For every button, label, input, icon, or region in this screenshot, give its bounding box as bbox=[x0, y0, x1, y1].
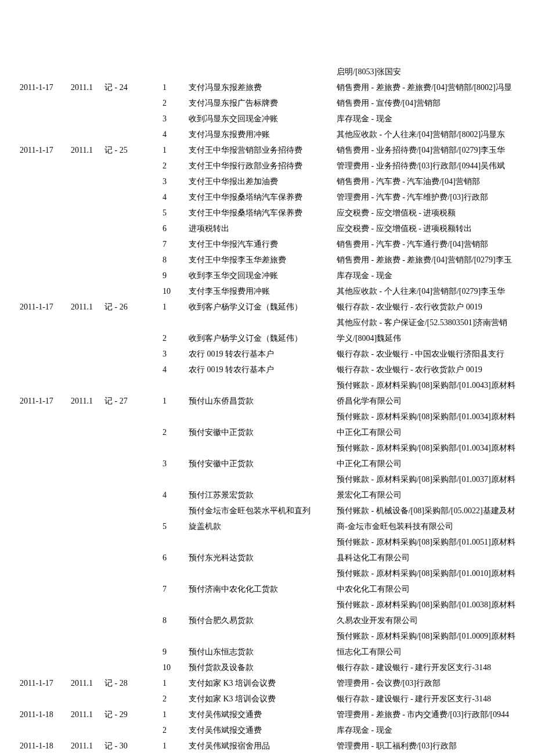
cell-summary: 进项税转出 bbox=[189, 221, 337, 236]
cell-summary: 预付安徽中正货款 bbox=[189, 424, 337, 440]
cell-line-no: 1 bbox=[163, 393, 189, 409]
cell-line-no: 3 bbox=[163, 346, 189, 362]
ledger-row: 预付账款 - 原材料采购/[08]采购部/[01.0038]原材料 bbox=[0, 597, 534, 613]
cell-summary: 农行 0019 转农行基本户 bbox=[189, 346, 337, 362]
cell-account: 预付账款 - 原材料采购/[08]采购部/[01.0034]原材料 bbox=[337, 409, 534, 424]
ledger-row: 2011-1-182011.1记 - 301支付吴伟斌报宿舍用品管理费用 - 职… bbox=[0, 738, 534, 754]
cell-voucher: 记 - 24 bbox=[104, 80, 163, 95]
cell-account: 管理费用 - 汽车费 - 汽车维护费/[03]行政部 bbox=[337, 189, 534, 205]
cell-line-no: 2 bbox=[163, 158, 189, 174]
ledger-row: 2011-1-172011.1记 - 261收到客户杨学义订金（魏延伟）银行存款… bbox=[0, 299, 534, 315]
voucher-ledger-page: 启明/[8053]张国安2011-1-172011.1记 - 241支付冯显东报… bbox=[0, 0, 534, 756]
ledger-row: 启明/[8053]张国安 bbox=[0, 64, 534, 80]
ledger-row: 7预付济南中农化化工货款中农化化工有限公司 bbox=[0, 581, 534, 597]
cell-summary: 预付江苏景宏货款 bbox=[189, 487, 337, 503]
cell-account: 管理费用 - 差旅费 - 市内交通费/[03]行政部/[0944 bbox=[337, 707, 534, 722]
cell-line-no: 8 bbox=[163, 252, 189, 268]
ledger-row: 5支付王中华报桑塔纳汽车保养费应交税费 - 应交增值税 - 进项税额 bbox=[0, 205, 534, 221]
cell-voucher: 记 - 25 bbox=[104, 142, 163, 158]
cell-summary: 支付王中华报桑塔纳汽车保养费 bbox=[189, 189, 337, 205]
cell-line-no: 8 bbox=[163, 613, 189, 628]
cell-account: 启明/[8053]张国安 bbox=[337, 64, 534, 80]
cell-line-no: 7 bbox=[163, 581, 189, 597]
cell-account: 学义/[8004]魏延伟 bbox=[337, 330, 534, 346]
ledger-row: 预付账款 - 原材料采购/[08]采购部/[01.0043]原材料 bbox=[0, 377, 534, 393]
cell-summary: 支付吴伟斌报交通费 bbox=[189, 707, 337, 722]
cell-line-no: 1 bbox=[163, 738, 189, 754]
ledger-row: 预付账款 - 原材料采购/[08]采购部/[01.0034]原材料 bbox=[0, 409, 534, 424]
ledger-row: 10预付货款及设备款银行存款 - 建设银行 - 建行开发区支行-3148 bbox=[0, 660, 534, 675]
ledger-row: 8预付合肥久易货款久易农业开发有限公司 bbox=[0, 613, 534, 628]
ledger-row: 2支付如家 K3 培训会议费银行存款 - 建设银行 - 建行开发区支行-3148 bbox=[0, 691, 534, 707]
cell-date: 2011-1-17 bbox=[0, 393, 71, 409]
cell-line-no: 2 bbox=[163, 330, 189, 346]
cell-account: 中正化工有限公司 bbox=[337, 456, 534, 471]
cell-account: 商-金坛市金旺包装科技有限公司 bbox=[337, 519, 534, 534]
cell-summary: 预付货款及设备款 bbox=[189, 660, 337, 675]
cell-line-no: 2 bbox=[163, 95, 189, 111]
cell-date: 2011-1-17 bbox=[0, 80, 71, 95]
ledger-row: 9预付山东恒志货款恒志化工有限公司 bbox=[0, 644, 534, 660]
cell-account: 县科达化工有限公司 bbox=[337, 550, 534, 566]
cell-line-no: 6 bbox=[163, 221, 189, 236]
cell-summary: 支付王中华报营销部业务招待费 bbox=[189, 142, 337, 158]
cell-period: 2011.1 bbox=[71, 393, 104, 409]
cell-account: 销售费用 - 业务招待费/[04]营销部/[0279]李玉华 bbox=[337, 142, 534, 158]
cell-account: 销售费用 - 宣传费/[04]营销部 bbox=[337, 95, 534, 111]
cell-line-no: 5 bbox=[163, 205, 189, 221]
cell-summary: 支付冯显东报广告标牌费 bbox=[189, 95, 337, 111]
cell-voucher: 记 - 29 bbox=[104, 707, 163, 722]
cell-summary: 预付济南中农化化工货款 bbox=[189, 581, 337, 597]
ledger-row: 预付账款 - 原材料采购/[08]采购部/[01.0037]原材料 bbox=[0, 471, 534, 487]
cell-line-no: 3 bbox=[163, 174, 189, 189]
cell-account: 其他应付款 - 客户保证金/[52.53803501]济南营销 bbox=[337, 315, 534, 330]
ledger-rows-container: 启明/[8053]张国安2011-1-172011.1记 - 241支付冯显东报… bbox=[0, 64, 534, 754]
ledger-row: 2011-1-172011.1记 - 271预付山东侨昌货款侨昌化学有限公司 bbox=[0, 393, 534, 409]
cell-account: 银行存款 - 农业银行 - 农行收货款户 0019 bbox=[337, 299, 534, 315]
cell-line-no: 2 bbox=[163, 424, 189, 440]
cell-date: 2011-1-17 bbox=[0, 299, 71, 315]
ledger-row: 3农行 0019 转农行基本户银行存款 - 农业银行 - 中国农业银行济阳县支行 bbox=[0, 346, 534, 362]
ledger-row: 2支付王中华报行政部业务招待费管理费用 - 业务招待费/[03]行政部/[094… bbox=[0, 158, 534, 174]
cell-line-no: 2 bbox=[163, 722, 189, 738]
cell-summary: 预付金坛市金旺包装水平机和直列 bbox=[189, 503, 337, 519]
cell-account: 库存现金 - 现金 bbox=[337, 722, 534, 738]
cell-voucher: 记 - 28 bbox=[104, 675, 163, 691]
cell-account: 应交税费 - 应交增值税 - 进项税额 bbox=[337, 205, 534, 221]
cell-period: 2011.1 bbox=[71, 707, 104, 722]
cell-line-no: 4 bbox=[163, 362, 189, 377]
cell-date: 2011-1-18 bbox=[0, 707, 71, 722]
cell-summary: 支付王中华报出差加油费 bbox=[189, 174, 337, 189]
cell-account: 中正化工有限公司 bbox=[337, 424, 534, 440]
cell-account: 应交税费 - 应交增值税 - 进项税额转出 bbox=[337, 221, 534, 236]
cell-account: 银行存款 - 建设银行 - 建行开发区支行-3148 bbox=[337, 691, 534, 707]
ledger-row: 预付账款 - 原材料采购/[08]采购部/[01.0034]原材料 bbox=[0, 440, 534, 456]
ledger-row: 4支付王中华报桑塔纳汽车保养费管理费用 - 汽车费 - 汽车维护费/[03]行政… bbox=[0, 189, 534, 205]
cell-summary: 收到冯显东交回现金冲账 bbox=[189, 111, 337, 127]
cell-account: 预付账款 - 原材料采购/[08]采购部/[01.0043]原材料 bbox=[337, 377, 534, 393]
cell-account: 库存现金 - 现金 bbox=[337, 268, 534, 283]
ledger-row: 7支付王中华报汽车通行费销售费用 - 汽车费 - 汽车通行费/[04]营销部 bbox=[0, 236, 534, 252]
ledger-row: 预付账款 - 原材料采购/[08]采购部/[01.0051]原材料 bbox=[0, 534, 534, 550]
cell-period: 2011.1 bbox=[71, 142, 104, 158]
ledger-row: 预付金坛市金旺包装水平机和直列预付账款 - 机械设备/[08]采购部/[05.0… bbox=[0, 503, 534, 519]
cell-summary: 收到李玉华交回现金冲账 bbox=[189, 268, 337, 283]
cell-account: 预付账款 - 原材料采购/[08]采购部/[01.0037]原材料 bbox=[337, 471, 534, 487]
cell-voucher: 记 - 26 bbox=[104, 299, 163, 315]
cell-line-no: 1 bbox=[163, 675, 189, 691]
cell-account: 库存现金 - 现金 bbox=[337, 111, 534, 127]
cell-summary: 支付如家 K3 培训会议费 bbox=[189, 691, 337, 707]
cell-summary: 预付安徽中正货款 bbox=[189, 456, 337, 471]
ledger-row: 预付账款 - 原材料采购/[08]采购部/[01.0009]原材料 bbox=[0, 628, 534, 644]
cell-line-no: 6 bbox=[163, 550, 189, 566]
ledger-row: 2011-1-172011.1记 - 241支付冯显东报差旅费销售费用 - 差旅… bbox=[0, 80, 534, 95]
cell-account: 预付账款 - 原材料采购/[08]采购部/[01.0009]原材料 bbox=[337, 628, 534, 644]
ledger-row: 9收到李玉华交回现金冲账库存现金 - 现金 bbox=[0, 268, 534, 283]
cell-line-no: 3 bbox=[163, 111, 189, 127]
cell-line-no: 7 bbox=[163, 236, 189, 252]
cell-period: 2011.1 bbox=[71, 299, 104, 315]
cell-line-no: 9 bbox=[163, 644, 189, 660]
ledger-row: 3预付安徽中正货款中正化工有限公司 bbox=[0, 456, 534, 471]
cell-voucher: 记 - 27 bbox=[104, 393, 163, 409]
cell-account: 销售费用 - 差旅费 - 差旅费/[04]营销部/[8002]冯显 bbox=[337, 80, 534, 95]
